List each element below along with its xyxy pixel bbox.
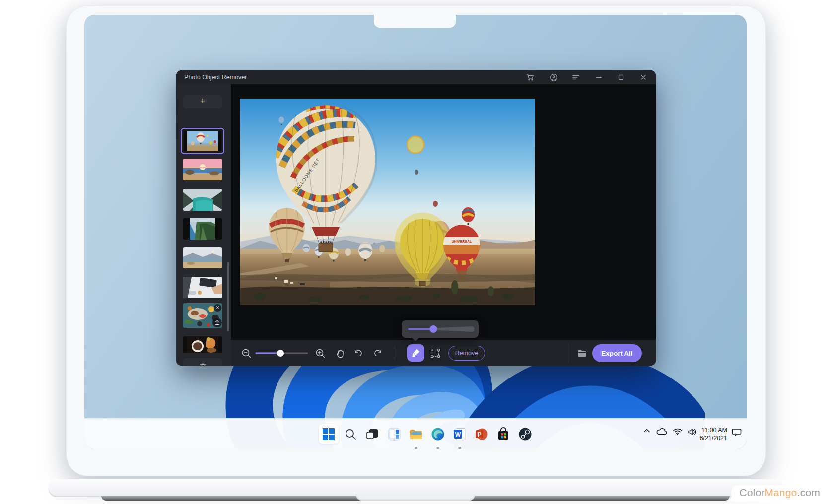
undo-icon[interactable] [353, 347, 364, 359]
delete-image-button[interactable] [183, 358, 222, 366]
mockup-stage: Photo Object Remover [0, 0, 831, 504]
tooltip-pointer [412, 337, 419, 341]
task-view-icon[interactable] [362, 424, 382, 444]
brush-size-tooltip [402, 320, 479, 338]
microsoft-store-icon[interactable] [493, 424, 513, 444]
cart-icon[interactable] [526, 73, 535, 82]
powerpoint-icon[interactable]: P [472, 424, 491, 444]
windows-taskbar: W P [84, 418, 747, 449]
brush-tool-button[interactable] [407, 344, 424, 362]
watermark-color: Color [739, 487, 764, 498]
highlighted-sun[interactable] [407, 136, 424, 153]
word-icon[interactable]: W [450, 424, 470, 444]
steam-icon[interactable] [515, 424, 535, 444]
balloon-photo[interactable]: BALLOONS.NET [240, 99, 535, 305]
thumbnail-food-bowl[interactable] [183, 336, 222, 353]
thumbnail-sidebar: + [176, 84, 231, 366]
zoom-in-icon[interactable] [314, 347, 326, 359]
taskbar-clock[interactable]: 11:00 AM 6/21/2021 [690, 426, 727, 442]
tray-chevron-icon[interactable] [643, 428, 651, 434]
laptop-base-notch [356, 494, 475, 501]
watermark-mango: Mango [764, 487, 797, 498]
account-icon[interactable] [549, 73, 558, 82]
zoom-out-icon[interactable] [240, 347, 252, 359]
tray-date: 6/21/2021 [690, 434, 727, 442]
running-indicator-word [458, 447, 461, 449]
search-icon[interactable] [341, 424, 360, 444]
hand-tool-icon[interactable] [334, 347, 346, 360]
photo-object-remover-window: Photo Object Remover [176, 70, 656, 366]
remove-button[interactable]: Remove [448, 346, 485, 361]
close-icon[interactable] [639, 73, 648, 82]
running-indicator-explorer [415, 447, 417, 449]
svg-text:P: P [477, 431, 481, 438]
thumbnail-upload-icon[interactable] [212, 318, 222, 327]
laptop-screen: Photo Object Remover [84, 15, 747, 449]
toolbar-section-divider [568, 344, 568, 362]
camera-notch [374, 15, 456, 28]
titlebar: Photo Object Remover [176, 70, 656, 84]
thumbnail-mountain-lake[interactable] [183, 189, 222, 211]
svg-text:W: W [455, 431, 461, 438]
redo-icon[interactable] [372, 347, 383, 359]
running-indicator-edge [436, 447, 439, 449]
watermark-com: .com [797, 487, 820, 498]
thumbnail-coastal-cliffs[interactable] [183, 218, 222, 240]
onedrive-cloud-icon[interactable] [656, 428, 668, 436]
tray-time: 11:00 AM [690, 426, 727, 434]
sidebar-scrollbar[interactable] [227, 262, 229, 331]
thumbnail-food-platter[interactable]: ✕ [183, 303, 222, 328]
start-button[interactable] [319, 424, 339, 444]
notification-icon[interactable] [732, 428, 742, 437]
export-all-button[interactable]: Export All [592, 344, 642, 362]
universal-balloon-text: UNIVERSAL [452, 240, 472, 243]
thumbnail-close-icon[interactable]: ✕ [214, 304, 221, 312]
window-title: Photo Object Remover [184, 70, 247, 84]
zoom-slider[interactable] [254, 348, 309, 359]
export-folder-icon[interactable] [576, 347, 588, 359]
add-image-button[interactable]: + [183, 95, 222, 108]
brush-size-slider[interactable] [402, 320, 479, 338]
marquee-select-icon[interactable] [429, 348, 441, 359]
maximize-icon[interactable] [617, 73, 625, 82]
thumbnail-beach-landscape[interactable] [183, 247, 222, 268]
file-explorer-icon[interactable] [406, 424, 426, 444]
bottom-toolbar: Remove Export All [231, 340, 656, 366]
edge-icon[interactable] [428, 424, 448, 444]
wifi-icon[interactable] [673, 428, 683, 436]
colormango-watermark: ColorMango.com [731, 485, 827, 502]
thumbnail-desk-workspace[interactable] [183, 277, 222, 298]
widgets-icon[interactable] [384, 424, 404, 444]
menu-icon[interactable] [571, 73, 580, 82]
toolbar-divider [394, 347, 394, 360]
minimize-icon[interactable] [594, 73, 603, 82]
thumbnail-sunset-beach[interactable] [183, 159, 222, 180]
thumbnail-hot-air-balloons[interactable] [181, 128, 224, 154]
